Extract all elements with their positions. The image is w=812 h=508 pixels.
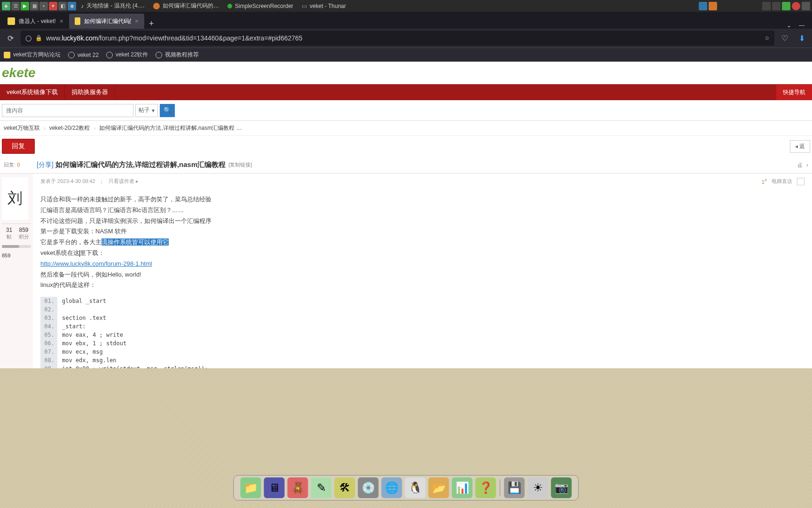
favicon-icon xyxy=(4,52,10,58)
minimize-icon[interactable]: — xyxy=(799,22,804,29)
chevron-right-icon: › xyxy=(44,125,46,132)
dock-edit-icon[interactable]: ✎ xyxy=(311,477,332,498)
tray-icon[interactable] xyxy=(802,2,810,10)
bookmark-item[interactable]: veket 22软件 xyxy=(106,51,148,59)
site-logo[interactable]: ekete xyxy=(2,65,36,80)
globe-icon xyxy=(156,52,162,58)
dock-files-icon[interactable]: 📁 xyxy=(241,477,261,498)
dock-tools-icon[interactable]: 🛠 xyxy=(335,477,355,498)
code-line: 03.section .text xyxy=(57,314,804,322)
shield-icon[interactable]: ◯ xyxy=(25,35,31,41)
url-field[interactable]: ◯ 🔒 www.lucky8k.com/forum.php?mod=viewth… xyxy=(21,31,774,46)
favicon-icon xyxy=(8,17,15,25)
play-icon[interactable]: ▶ xyxy=(21,2,29,10)
post-content: 发表于 2023-4-30 08:42 | 只看该作者 ▸ 1# 电梯直达 只适… xyxy=(33,174,812,368)
avatar[interactable]: 刘 xyxy=(2,177,28,220)
page-content: ekete veket系统镜像下载 捐助换服务器 快捷导航 帖子 ▾ 🔍 vek… xyxy=(0,62,812,368)
post-meta: 发表于 2023-4-30 08:42 | 只看该作者 ▸ 1# 电梯直达 xyxy=(40,177,804,185)
taskbar-app-firefox[interactable]: 如何编译汇编代码的… xyxy=(149,1,223,11)
browser-url-bar: ⟳ ◯ 🔒 www.lucky8k.com/forum.php?mod=view… xyxy=(0,29,812,48)
search-icon: 🔍 xyxy=(164,107,172,114)
tray-icon[interactable]: ▦ xyxy=(30,2,39,10)
list-tabs-icon[interactable]: ⌄ xyxy=(787,22,791,29)
tray-icon[interactable] xyxy=(782,2,790,10)
tray-icon[interactable]: ▪ xyxy=(39,2,48,10)
download-link[interactable]: http://www.lucky8k.com/forum-298-1.html xyxy=(40,260,152,267)
dock-monitor-icon[interactable]: 🖥 xyxy=(264,477,285,498)
menu-icon[interactable]: ◆ xyxy=(2,2,10,10)
tray-icon[interactable]: ☰ xyxy=(11,2,20,10)
monitor-icon[interactable] xyxy=(699,2,707,10)
tray-icon[interactable]: ◧ xyxy=(58,2,67,10)
code-line: 07. mov ecx, msg xyxy=(57,348,804,356)
tray-icon[interactable]: ♥ xyxy=(49,2,57,10)
user-sidebar: 刘 31 帖 859 积分 859 xyxy=(0,174,33,368)
tray-icon[interactable] xyxy=(772,2,781,10)
action-row: 回复 ◂ 返 xyxy=(0,136,812,157)
search-row: 帖子 ▾ 🔍 xyxy=(0,100,812,121)
taskbar-app-music[interactable]: ♪ 天地情缘 - 温兆伦 (4.… xyxy=(77,1,148,11)
prev-icon[interactable]: ‹ xyxy=(806,162,808,168)
dock-disc-icon[interactable]: 💿 xyxy=(358,477,379,498)
floor-number[interactable]: 1# xyxy=(762,178,767,185)
firefox-icon xyxy=(153,3,160,9)
tray-icon[interactable] xyxy=(792,2,800,10)
dock-camera-icon[interactable]: 📷 xyxy=(551,477,572,498)
post-container: 刘 31 帖 859 积分 859 发表于 2023-4-30 08:42 | … xyxy=(0,174,812,368)
breadcrumb-item[interactable]: veket万物互联 xyxy=(4,124,40,132)
download-icon[interactable]: ⬇ xyxy=(795,32,808,45)
code-line: 05. mov eax, 4 ; write xyxy=(57,331,804,339)
bookmark-item[interactable]: veket官方网站论坛 xyxy=(4,51,61,59)
dock-globe-icon[interactable]: 🌐 xyxy=(382,477,402,498)
bookmark-star-icon[interactable]: ☆ xyxy=(765,35,770,41)
code-line: 06. mov ebx, 1 ; stdout xyxy=(57,339,804,348)
back-button[interactable]: ◂ 返 xyxy=(790,140,810,153)
print-icon[interactable]: 🖨 xyxy=(797,162,803,168)
dock-app-icon[interactable]: 🧸 xyxy=(288,477,308,498)
bookmark-item[interactable]: 视频教程推荐 xyxy=(156,51,199,59)
post-date: 发表于 2023-4-30 08:42 xyxy=(40,178,95,185)
favicon-icon xyxy=(75,17,80,25)
breadcrumb-item: 如何编译汇编代码的方法,详细过程讲解,nasm汇编教程 … xyxy=(99,124,242,132)
dock-tux-icon[interactable]: 🐧 xyxy=(405,477,426,498)
dock: 📁 🖥 🧸 ✎ 🛠 💿 🌐 🐧 📂 📊 ❓ 💾 ☀ 📷 xyxy=(234,475,579,500)
browser-tab-active[interactable]: 如何编译汇编代码的方… × xyxy=(69,14,144,29)
search-input[interactable] xyxy=(2,104,133,117)
taskbar-app-recorder[interactable]: SimpleScreenRecorder xyxy=(224,2,297,10)
code-block: 01.global _start02.03.section .text04._s… xyxy=(40,297,804,368)
breadcrumb-item[interactable]: veket-20/22教程 xyxy=(49,124,90,132)
copy-link-button[interactable]: [复制链接] xyxy=(228,161,252,168)
code-line: 02. xyxy=(57,305,804,314)
dock-folder-icon[interactable]: 📂 xyxy=(429,477,449,498)
close-icon[interactable]: × xyxy=(60,17,63,25)
dock-help-icon[interactable]: ❓ xyxy=(476,477,496,498)
progress-bar xyxy=(2,245,31,248)
search-button[interactable]: 🔍 xyxy=(160,104,175,117)
close-icon[interactable]: × xyxy=(135,17,139,25)
clipboard-icon[interactable] xyxy=(762,2,771,10)
lock-icon[interactable]: 🔒 xyxy=(35,35,42,41)
dock-chart-icon[interactable]: 📊 xyxy=(452,477,473,498)
dock-drive-icon[interactable]: 💾 xyxy=(504,477,525,498)
firefox-tray-icon[interactable] xyxy=(709,2,717,10)
browser-tab[interactable]: 微器人 - veket! × xyxy=(2,14,69,29)
system-taskbar: ◆ ☰ ▶ ▦ ▪ ♥ ◧ ◉ ♪ 天地情缘 - 温兆伦 (4.… 如何编译汇编… xyxy=(0,0,812,12)
pocket-icon[interactable]: ♡ xyxy=(778,32,791,45)
reload-icon[interactable]: ⟳ xyxy=(4,32,17,45)
taskbar-app-thunar[interactable]: ▭ veket - Thunar xyxy=(298,2,350,10)
user-stat-posts: 31 帖 xyxy=(2,227,16,240)
view-author-button[interactable]: 只看该作者 ▸ xyxy=(108,177,139,185)
nav-item-donate[interactable]: 捐助换服务器 xyxy=(65,84,115,100)
elevator-button[interactable]: 电梯直达 xyxy=(772,178,792,185)
quick-nav-button[interactable]: 快捷导航 xyxy=(776,85,812,100)
search-type-select[interactable]: 帖子 ▾ xyxy=(135,104,158,117)
new-tab-button[interactable]: + xyxy=(144,19,159,29)
bookmark-item[interactable]: veket 22 xyxy=(68,52,99,58)
elevator-input[interactable] xyxy=(797,178,804,185)
thread-tag[interactable]: [分享] xyxy=(37,161,54,169)
nav-item-download[interactable]: veket系统镜像下载 xyxy=(0,84,65,100)
reply-button[interactable]: 回复 xyxy=(2,139,35,154)
tray-icon[interactable]: ◉ xyxy=(68,2,76,10)
dock-separator xyxy=(500,479,500,496)
dock-sun-icon[interactable]: ☀ xyxy=(528,477,548,498)
